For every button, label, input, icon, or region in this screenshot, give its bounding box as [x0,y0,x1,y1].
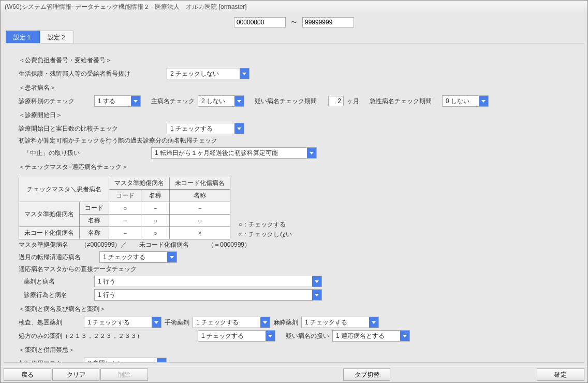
matrix-sub-name: 名称 [141,190,170,202]
acute-period-select[interactable]: 0 しない [442,95,489,107]
matrix-sub-code: コード [109,190,141,202]
matrix-legend: ○：チェックする ×：チェックしない [239,220,292,239]
main-disease-select[interactable]: 2 しない [198,95,244,107]
delete-button: 削除 [100,368,148,381]
chevron-down-icon[interactable] [400,331,409,341]
matrix-sub-name2: 名称 [170,190,230,202]
chevron-down-icon[interactable] [479,96,488,106]
chevron-down-icon[interactable] [157,358,166,363]
month-unit-label: ヶ月 [347,97,359,106]
clear-button[interactable]: クリア [52,368,100,381]
suspect-period-input[interactable] [328,96,344,106]
suspect-period-label: 疑い病名チェック期間 [255,97,317,106]
anes-drug-label: 麻酔薬剤 [273,318,298,327]
ope-drug-label: 手術薬剤 [165,318,189,327]
legend-check-on: ○：チェックする [239,220,292,230]
matrix-row1-code: コード [80,202,109,215]
footer-button-bar: 戻る クリア 削除 タブ切替 確定 [1,367,587,382]
range-from-input[interactable] [234,17,286,27]
seikatsuhogo-select[interactable]: 2 チェックしない [167,68,249,79]
section-drugdis-header: ＜薬剤と病名及び病名と薬剤＞ [19,305,569,314]
chevron-down-icon[interactable] [234,123,244,134]
matrix-cell: − [109,227,141,239]
tab-settings-1[interactable]: 設定１ [6,31,40,44]
chevron-down-icon[interactable] [312,276,321,287]
matrix-diag-label: チェックマスタ＼患者病名 [19,177,109,202]
range-to-input[interactable] [302,17,354,27]
acute-period-label: 急性病名チェック期間 [370,97,432,106]
matrix-row2-name: 名称 [80,227,109,239]
act-disease-label: 診療行為と病名 [24,291,91,300]
chevron-down-icon[interactable] [131,96,140,106]
prev-tenki-select[interactable]: 1 チェックする [99,251,177,263]
matrix-cell: ○ [170,215,230,227]
pres-only-drug-label: 処方のみの薬剤（２１３，２２３，２３３） [19,332,195,341]
drug-disease-select[interactable]: 1 行う [94,276,322,287]
settings-panel: ＜公費負担者番号・受給者番号＞ 生活保護・残留邦人等の受給者番号抜け 2 チェッ… [4,43,584,363]
matrix-note: マスタ準拠傷病名 （≠0000999）／ 未コード化傷病名 （＝0000999） [19,240,569,249]
tab-bar: 設定１ 設定２ [6,31,587,44]
section-startdate-header: ＜診療開始日＞ [19,111,569,120]
chevron-down-icon[interactable] [167,252,177,262]
interaction-master-select[interactable]: 2 参照しない [84,358,167,363]
past-tenki-label: 初診料が算定可能かチェックを行う際の過去診療分の病名転帰チェック [19,136,217,145]
matrix-row2-label: 未コード化傷病名 [19,227,80,239]
chevron-down-icon[interactable] [260,317,270,328]
range-tilde: 〜 [291,18,297,27]
matrix-col1-label: マスタ準拠傷病名 [109,177,170,190]
chevron-down-icon[interactable] [369,317,378,328]
check-matrix-table: チェックマスタ＼患者病名 マスタ準拠傷病名 未コード化傷病名 コード 名称 名称… [19,177,230,239]
drug-disease-label: 薬剤と病名 [24,277,91,286]
seikatsuhogo-label: 生活保護・残留邦人等の受給者番号抜け [19,69,164,78]
interaction-master-label: 相互作用マスタ [19,359,81,363]
chevron-down-icon[interactable] [266,331,275,341]
chushi-label: 「中止」の取り扱い [24,149,148,158]
confirm-button[interactable]: 確定 [537,368,584,381]
tab-switch-button[interactable]: タブ切替 [343,368,391,381]
matrix-col2-label: 未コード化傷病名 [170,177,230,190]
matrix-cell: ○ [109,202,141,215]
chevron-down-icon[interactable] [240,68,249,79]
pres-only-drug-select[interactable]: 1 チェックする [198,330,275,342]
matrix-cell: ○ [141,215,170,227]
chushi-select[interactable]: 1 転帰日から１ヶ月経過後に初診料算定可能 [151,147,317,159]
suspect-disease-handling-label: 疑い病名の扱い [286,332,329,341]
matrix-row1-name: 名称 [80,215,109,227]
matrix-cell: − [170,202,230,215]
chevron-down-icon[interactable] [307,148,316,158]
section-matrix-header: ＜チェックマスタ−適応病名チェック＞ [19,163,569,172]
main-area: 〜 設定１ 設定２ ＜公費負担者番号・受給者番号＞ 生活保護・残留邦人等の受給者… [1,13,587,366]
kensa-drug-select[interactable]: 1 チェックする [84,317,161,328]
kensa-drug-label: 検査、処置薬剤 [19,318,81,327]
act-disease-select[interactable]: 1 行う [94,289,322,301]
window-title: (W60)システム管理情報−データチェック機能情報２ - 医療法人 オルカ医院 … [1,1,587,14]
startdate-compare-select[interactable]: 1 チェックする [167,123,244,134]
matrix-row1-label: マスタ準拠傷病名 [19,202,80,227]
chevron-down-icon[interactable] [234,96,244,106]
direct-check-label: 適応病名マスタからの直接データチェック [19,265,137,274]
code-range-row: 〜 [1,13,587,31]
back-button[interactable]: 戻る [4,368,51,381]
startdate-compare-label: 診療開始日と実日数の比較チェック [19,124,164,133]
matrix-cell: ○ [141,227,170,239]
chevron-down-icon[interactable] [152,317,161,328]
main-disease-label: 主病名チェック [151,97,195,106]
anes-drug-select[interactable]: 1 チェックする [301,317,379,328]
prev-tenki-label: 過月の転帰済適応病名 [19,253,96,262]
matrix-cell: × [170,227,230,239]
chevron-down-icon[interactable] [312,290,321,300]
section-kouhi-header: ＜公費負担者番号・受給者番号＞ [19,56,569,65]
legend-check-off: ×：チェックしない [239,230,292,239]
dept-check-select[interactable]: 1 する [94,95,141,107]
ope-drug-select[interactable]: 1 チェックする [193,317,270,328]
dept-check-label: 診療科別のチェック [19,97,91,106]
section-kinki-header: ＜薬剤と併用禁忌＞ [19,346,569,354]
matrix-cell: − [141,202,170,215]
suspect-disease-handling-select[interactable]: 1 適応病名とする [332,330,410,342]
tab-settings-2[interactable]: 設定２ [40,31,74,44]
section-byomei-header: ＜患者病名＞ [19,83,569,92]
matrix-cell: − [109,215,141,227]
